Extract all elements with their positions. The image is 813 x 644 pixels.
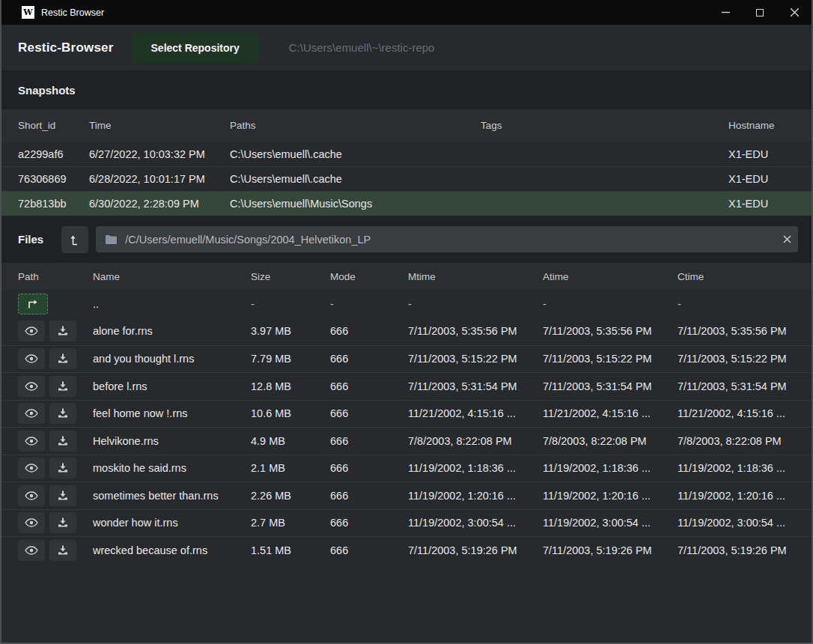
file-ctime: 7/11/2003, 5:19:26 PM — [678, 544, 801, 556]
preview-file-button[interactable] — [18, 458, 45, 479]
maximize-button[interactable] — [743, 0, 777, 25]
parent-ctime: - — [678, 298, 801, 310]
preview-file-button[interactable] — [18, 403, 45, 424]
maximize-icon — [756, 9, 764, 16]
file-name: and you thought l.rns — [93, 353, 251, 365]
column-header-ctime: Ctime — [678, 271, 801, 282]
file-mtime: 7/11/2003, 5:35:56 PM — [408, 325, 543, 337]
preview-file-button[interactable] — [18, 512, 45, 533]
file-size: 12.8 MB — [251, 380, 330, 392]
file-row: before l.rns 12.8 MB 666 7/11/2003, 5:31… — [1, 372, 812, 400]
current-path-bar[interactable]: /C/Users/emuell/Music/Songs/2004_Helveti… — [96, 226, 798, 252]
snapshot-row[interactable]: 76306869 6/28/2022, 10:01:17 PM C:\Users… — [1, 166, 812, 191]
file-ctime: 11/19/2002, 1:20:16 ... — [678, 490, 801, 502]
download-file-button[interactable] — [49, 458, 76, 479]
file-name: moskito he said.rns — [93, 462, 251, 474]
download-icon — [58, 436, 68, 446]
snapshot-short-id: a2299af6 — [18, 148, 89, 160]
download-icon — [58, 463, 68, 473]
file-mtime: 11/19/2002, 1:18:36 ... — [408, 462, 543, 474]
file-mode: 666 — [330, 353, 408, 365]
column-header-tags: Tags — [481, 120, 728, 131]
file-mtime: 7/11/2003, 5:31:54 PM — [408, 380, 543, 392]
file-actions — [18, 431, 93, 452]
file-name: before l.rns — [93, 380, 251, 392]
snapshots-table: a2299af6 6/27/2022, 10:03:32 PM C:\Users… — [1, 142, 812, 216]
download-file-button[interactable] — [49, 540, 76, 561]
download-file-button[interactable] — [49, 431, 76, 452]
parent-size: - — [251, 298, 330, 310]
download-file-button[interactable] — [49, 376, 76, 397]
file-size: 2.7 MB — [251, 517, 330, 529]
files-title: Files — [18, 233, 43, 246]
file-size: 4.9 MB — [251, 435, 330, 447]
file-row: wrecked because of.rns 1.51 MB 666 7/11/… — [1, 536, 812, 564]
file-actions — [18, 348, 93, 369]
file-actions — [18, 376, 93, 397]
folder-icon — [105, 234, 118, 245]
file-atime: 11/19/2002, 3:00:54 ... — [543, 517, 678, 529]
file-mode: 666 — [330, 380, 408, 392]
file-row: feel home now !.rns 10.6 MB 666 11/21/20… — [1, 400, 812, 428]
current-path-value: /C/Users/emuell/Music/Songs/2004_Helveti… — [125, 234, 776, 246]
file-mode: 666 — [330, 325, 408, 337]
download-icon — [58, 545, 68, 556]
snapshot-row[interactable]: 72b813bb 6/30/2022, 2:28:09 PM C:\Users\… — [1, 191, 812, 216]
eye-icon — [25, 354, 38, 363]
snapshot-time: 6/30/2022, 2:28:09 PM — [89, 198, 230, 210]
file-atime: 7/8/2003, 8:22:08 PM — [543, 435, 678, 447]
download-file-button[interactable] — [49, 348, 76, 369]
download-icon — [58, 381, 68, 392]
eye-icon — [25, 326, 38, 335]
preview-file-button[interactable] — [18, 321, 45, 341]
up-level-icon — [69, 234, 81, 246]
file-mode: 666 — [330, 517, 408, 529]
file-row: sometimes better than.rns 2.26 MB 666 11… — [1, 482, 812, 509]
file-ctime: 11/19/2002, 3:00:54 ... — [678, 517, 801, 529]
preview-file-button[interactable] — [18, 485, 45, 506]
file-mtime: 7/8/2003, 8:22:08 PM — [408, 435, 543, 447]
eye-icon — [25, 409, 38, 418]
app-header: Restic-Browser Select Repository C:\User… — [1, 25, 812, 71]
download-file-button[interactable] — [49, 485, 76, 506]
file-atime: 7/11/2003, 5:15:22 PM — [543, 353, 678, 365]
snapshots-title: Snapshots — [18, 84, 76, 97]
file-mode: 666 — [330, 490, 408, 502]
up-one-level-button[interactable] — [61, 226, 88, 253]
file-actions — [18, 321, 93, 341]
preview-file-button[interactable] — [18, 431, 45, 452]
file-ctime: 7/11/2003, 5:35:56 PM — [678, 325, 801, 337]
preview-file-button[interactable] — [18, 540, 45, 561]
download-icon — [58, 517, 68, 528]
download-file-button[interactable] — [49, 321, 76, 341]
download-file-button[interactable] — [49, 512, 76, 533]
clear-path-icon — [783, 235, 791, 243]
snapshot-paths: C:\Users\emuell\.cache — [230, 148, 481, 160]
column-header-atime: Atime — [543, 271, 678, 282]
column-header-short-id: Short_id — [18, 120, 89, 131]
preview-file-button[interactable] — [18, 348, 45, 369]
file-atime: 7/11/2003, 5:31:54 PM — [543, 380, 678, 392]
file-ctime: 11/21/2002, 4:15:16 ... — [678, 407, 801, 419]
file-mode: 666 — [330, 435, 408, 447]
file-mode: 666 — [330, 544, 408, 556]
close-button[interactable] — [777, 0, 812, 25]
parent-mode: - — [330, 298, 408, 310]
select-repository-button[interactable]: Select Repository — [132, 32, 259, 64]
column-header-mode: Mode — [330, 271, 408, 282]
eye-icon — [25, 546, 38, 555]
snapshot-row[interactable]: a2299af6 6/27/2022, 10:03:32 PM C:\Users… — [1, 142, 812, 166]
minimize-button[interactable] — [708, 0, 743, 25]
file-atime: 7/11/2003, 5:19:26 PM — [543, 544, 678, 556]
go-to-parent-button[interactable] — [18, 294, 48, 315]
file-name: sometimes better than.rns — [93, 490, 251, 502]
preview-file-button[interactable] — [18, 376, 45, 397]
snapshot-hostname: X1-EDU — [728, 173, 801, 185]
file-atime: 11/19/2002, 1:20:16 ... — [543, 490, 678, 502]
file-ctime: 7/11/2003, 5:15:22 PM — [678, 353, 801, 365]
files-table-header: Path Name Size Mode Mtime Atime Ctime — [1, 263, 812, 290]
clear-path-button[interactable] — [776, 226, 798, 252]
window-title: Restic Browser — [41, 7, 104, 18]
file-row: moskito he said.rns 2.1 MB 666 11/19/200… — [1, 455, 812, 482]
download-file-button[interactable] — [49, 403, 76, 424]
